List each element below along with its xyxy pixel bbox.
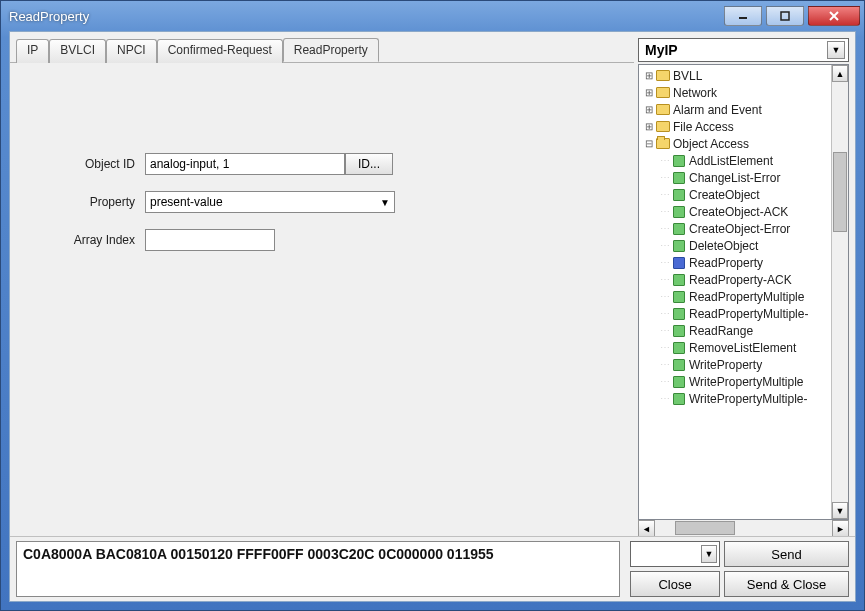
tab-readproperty[interactable]: ReadProperty [283,38,379,62]
hex-output[interactable]: C0A8000A BAC0810A 00150120 FFFF00FF 0003… [16,541,620,597]
id-button[interactable]: ID... [345,153,393,175]
tree-item[interactable]: ⋯ReadPropertyMultiple [639,288,831,305]
file-icon [671,375,687,389]
expand-icon: ⊞ [643,121,655,132]
file-selected-icon [671,256,687,270]
label-array-index: Array Index [20,233,145,247]
file-icon [671,358,687,372]
tree-connector-icon: ⋯ [659,206,671,217]
tree-connector-icon: ⋯ [659,274,671,285]
tree[interactable]: ⊞ BVLL ⊞ Network ⊞ Alarm and Even [639,65,831,519]
expand-icon: ⊞ [643,70,655,81]
window: ReadProperty IP BVLCI NPCI Confirmed-Req… [0,0,865,611]
send-button[interactable]: Send [724,541,849,567]
close-dialog-button[interactable]: Close [630,571,720,597]
tree-label: ReadPropertyMultiple [689,290,804,304]
folder-icon [655,120,671,134]
tree-item[interactable]: ⋯ReadRange [639,322,831,339]
tab-bvlci[interactable]: BVLCI [49,39,106,63]
tree-label: BVLL [673,69,702,83]
tree-label: File Access [673,120,734,134]
property-select[interactable]: present-value ▼ [145,191,395,213]
tree-item[interactable]: ⋯CreateObject-Error [639,220,831,237]
tree-folder-file[interactable]: ⊞ File Access [639,118,831,135]
tab-ip[interactable]: IP [16,39,49,63]
horizontal-scrollbar[interactable]: ◄ ► [638,519,849,536]
scroll-left-icon[interactable]: ◄ [638,520,655,537]
tree-label: ReadProperty-ACK [689,273,792,287]
maximize-button[interactable] [766,6,804,26]
tab-npci[interactable]: NPCI [106,39,157,63]
tree-item[interactable]: ⋯ReadProperty [639,254,831,271]
tree-label: ReadPropertyMultiple- [689,307,808,321]
tree-label: DeleteObject [689,239,758,253]
tree-label: CreateObject-Error [689,222,790,236]
tree-folder-network[interactable]: ⊞ Network [639,84,831,101]
tree-connector-icon: ⋯ [659,189,671,200]
tree-item[interactable]: ⋯CreateObject-ACK [639,203,831,220]
tree-folder-alarm[interactable]: ⊞ Alarm and Event [639,101,831,118]
send-and-close-button[interactable]: Send & Close [724,571,849,597]
file-icon [671,341,687,355]
tree-item[interactable]: ⋯WritePropertyMultiple- [639,390,831,407]
client-area: IP BVLCI NPCI Confirmed-Request ReadProp… [9,31,856,602]
tree-item[interactable]: ⋯ReadPropertyMultiple- [639,305,831,322]
tree-label: Network [673,86,717,100]
tree-connector-icon: ⋯ [659,359,671,370]
tree-item[interactable]: ⋯WritePropertyMultiple [639,373,831,390]
main-row: IP BVLCI NPCI Confirmed-Request ReadProp… [10,32,855,536]
send-count-combo[interactable]: ▼ [630,541,720,567]
right-pane: MyIP ▼ ⊞ BVLL ⊞ Network [634,32,855,536]
tree-connector-icon: ⋯ [659,376,671,387]
tree-label: ReadRange [689,324,753,338]
vertical-scrollbar[interactable]: ▲ ▼ [831,65,848,519]
scroll-track[interactable] [655,520,832,536]
window-buttons [724,6,860,26]
file-icon [671,188,687,202]
tree-item[interactable]: ⋯DeleteObject [639,237,831,254]
tree-item[interactable]: ⋯ReadProperty-ACK [639,271,831,288]
close-button[interactable] [808,6,860,26]
tree-item[interactable]: ⋯ChangeList-Error [639,169,831,186]
tree-label: WriteProperty [689,358,762,372]
tree-connector-icon: ⋯ [659,223,671,234]
chevron-down-icon: ▼ [827,41,845,59]
tab-body: Object ID ID... Property present-value ▼ [10,63,634,536]
tree-label: ReadProperty [689,256,763,270]
tree-label: CreateObject [689,188,760,202]
tree-label: ChangeList-Error [689,171,780,185]
tree-item[interactable]: ⋯RemoveListElement [639,339,831,356]
tree-folder-object-access[interactable]: ⊟ Object Access [639,135,831,152]
label-property: Property [20,195,145,209]
tree-label: WritePropertyMultiple- [689,392,807,406]
bottom-buttons: ▼ Send Close Send & Close [628,541,849,597]
file-icon [671,205,687,219]
expand-icon: ⊞ [643,87,655,98]
scroll-thumb[interactable] [675,521,735,535]
bottom-zone: C0A8000A BAC0810A 00150120 FFFF00FF 0003… [10,536,855,601]
scroll-thumb[interactable] [833,152,847,232]
titlebar: ReadProperty [1,1,864,31]
file-icon [671,290,687,304]
ip-combo-value: MyIP [645,42,678,58]
property-value: present-value [150,195,223,209]
folder-icon [655,86,671,100]
tab-confirmed-request[interactable]: Confirmed-Request [157,39,283,63]
tree-label: Object Access [673,137,749,151]
tree-folder-bvll[interactable]: ⊞ BVLL [639,67,831,84]
tree-item[interactable]: ⋯WriteProperty [639,356,831,373]
scroll-right-icon[interactable]: ► [832,520,849,537]
tree-label: RemoveListElement [689,341,796,355]
scroll-down-icon[interactable]: ▼ [832,502,848,519]
tree-connector-icon: ⋯ [659,291,671,302]
ip-combo[interactable]: MyIP ▼ [638,38,849,62]
scroll-up-icon[interactable]: ▲ [832,65,848,82]
object-id-input[interactable] [145,153,345,175]
minimize-button[interactable] [724,6,762,26]
file-icon [671,273,687,287]
tree-item[interactable]: ⋯CreateObject [639,186,831,203]
tree-item[interactable]: ⋯AddListElement [639,152,831,169]
tree-connector-icon: ⋯ [659,325,671,336]
array-index-input[interactable] [145,229,275,251]
tree-connector-icon: ⋯ [659,308,671,319]
